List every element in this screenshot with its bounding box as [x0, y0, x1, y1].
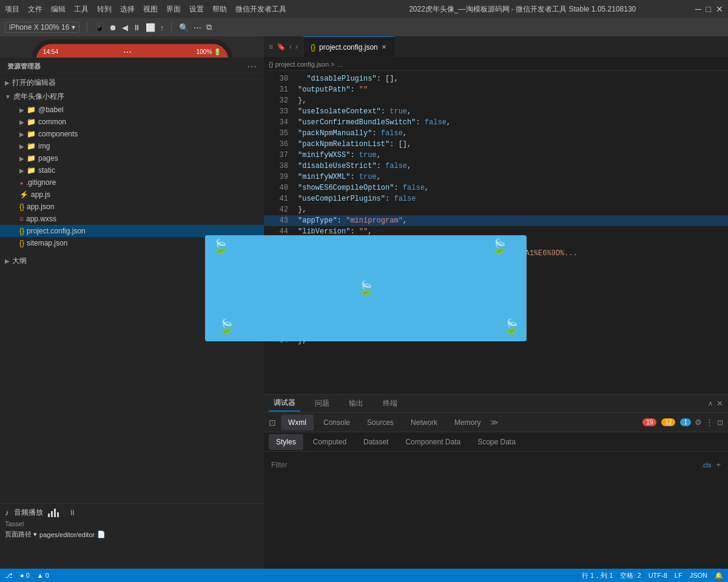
toolbar-more-icon[interactable]: ⋯ — [194, 23, 201, 32]
overlay-background: 🍃 🍃 🍃 🍃 🍃 — [205, 235, 527, 341]
toolbar-preview-icon[interactable]: ⏺ — [109, 23, 117, 32]
error-badge: 19 — [642, 418, 656, 426]
code-text-36: "packNpmRelationList": [], — [298, 139, 411, 150]
maximize-button[interactable]: □ — [706, 4, 711, 14]
tree-item-appwxss[interactable]: ≡ app.wxss — [0, 213, 264, 225]
menu-settings[interactable]: 设置 — [189, 4, 204, 15]
menu-select[interactable]: 选择 — [120, 4, 135, 15]
filter-add-icon[interactable]: + — [716, 460, 721, 469]
toolbar-split-icon[interactable]: ⧉ — [206, 22, 212, 32]
code-text-43: "appType": "miniprogram", — [298, 215, 407, 226]
folder-icon-components: 📁 — [27, 130, 36, 138]
code-line-31: 31 "outputPath": "" — [264, 84, 728, 95]
tree-item-components[interactable]: ▶ 📁 components — [0, 128, 264, 140]
sidebar-more-icon[interactable]: ⋯ — [247, 61, 257, 72]
toolbar-search-icon[interactable]: 🔍 — [179, 23, 189, 32]
menu-file[interactable]: 文件 — [28, 4, 42, 15]
toolbar-forward-icon[interactable]: ⏸ — [133, 23, 141, 32]
tab-bookmark-icon[interactable]: 🔖 — [277, 42, 286, 51]
styles-tab-component-data[interactable]: Component Data — [398, 434, 468, 450]
line-num-38: 38 — [269, 161, 288, 172]
inspector-tab-network[interactable]: Network — [403, 415, 445, 430]
breadcrumb-text: {} project.config.json > … — [269, 61, 343, 68]
tab-nav-right[interactable]: › — [295, 42, 298, 51]
page-path-row[interactable]: 页面路径 ▾ pages/editor/editor 📄 — [5, 530, 259, 539]
warning-count-status: ▲ 0 — [37, 572, 49, 579]
tree-item-appjson[interactable]: {} app.json — [0, 201, 264, 213]
filter-input[interactable] — [271, 461, 696, 469]
toolbar-back-icon[interactable]: ◀ — [122, 23, 128, 32]
file-name-pages: pages — [38, 154, 58, 162]
debug-tab-output[interactable]: 输出 — [344, 396, 368, 411]
tree-section-open-editors[interactable]: ▶ 打开的编辑器 — [0, 76, 264, 90]
audio-bars — [48, 509, 59, 517]
code-text-40: "showES6CompileOption": false, — [298, 182, 429, 193]
overlay-popup: 🍃 🍃 🍃 🍃 🍃 — [205, 235, 527, 341]
wxml-bookmark-icon[interactable]: ⊡ — [269, 418, 276, 427]
code-editor[interactable]: 30 "disablePlugins": [], 31 "outputPath"… — [264, 71, 728, 394]
tree-section-project[interactable]: ▼ 虎年头像小程序 — [0, 90, 264, 104]
audio-pause-icon[interactable]: ⏸ — [69, 508, 76, 517]
gear-icon[interactable]: ⚙ — [695, 418, 702, 427]
styles-tab-scope-data[interactable]: Scope Data — [470, 434, 523, 450]
inspector-tab-sources[interactable]: Sources — [360, 415, 401, 430]
debug-more-icon[interactable]: ⋮ — [706, 418, 713, 427]
separator — [87, 22, 87, 33]
close-button[interactable]: ✕ — [716, 4, 723, 14]
inspector-expand-icon[interactable]: ⊡ — [717, 418, 723, 427]
toolbar-compile-icon[interactable]: 📱 — [95, 23, 104, 32]
menu-interface[interactable]: 界面 — [166, 4, 181, 15]
menu-goto[interactable]: 转到 — [97, 4, 112, 15]
styles-tab-dataset[interactable]: Dataset — [356, 434, 396, 450]
code-line-38: 38 "disableUseStrict": false, — [264, 161, 728, 172]
section-open-editors-label: 打开的编辑器 — [12, 78, 56, 88]
window-controls[interactable]: ─ □ ✕ — [695, 4, 723, 14]
tree-item-gitignore[interactable]: ⬥ .gitignore — [0, 176, 264, 189]
tree-item-babel[interactable]: ▶ 📁 @babel — [0, 104, 264, 116]
toolbar-upload-icon[interactable]: ↑ — [160, 23, 164, 32]
menu-edit[interactable]: 编辑 — [51, 4, 66, 15]
json-icon-sitemap: {} — [19, 239, 24, 247]
tab-breadcrumb-icon[interactable]: ≡ — [269, 42, 273, 51]
toolbar-home-icon[interactable]: ⬜ — [146, 23, 155, 32]
tab-nav-left[interactable]: ‹ — [289, 42, 292, 51]
menu-help[interactable]: 帮助 — [212, 4, 227, 15]
more-tabs-icon[interactable]: ≫ — [490, 418, 499, 427]
menu-view[interactable]: 视图 — [143, 4, 158, 15]
menu-devtools[interactable]: 微信开发者工具 — [235, 4, 286, 15]
tab-project-config[interactable]: {} project.config.json ✕ — [303, 36, 394, 57]
tab-close-icon[interactable]: ✕ — [382, 44, 386, 50]
minimize-button[interactable]: ─ — [695, 4, 701, 14]
tree-item-img[interactable]: ▶ 📁 img — [0, 140, 264, 152]
styles-tab-computed[interactable]: Computed — [306, 434, 354, 450]
file-name-gitignore: .gitignore — [26, 178, 56, 187]
expand-icon[interactable]: ∧ — [708, 400, 713, 407]
line-num-32: 32 — [269, 95, 288, 106]
code-text-31: "outputPath": "" — [298, 84, 368, 95]
file-name-img: img — [38, 142, 50, 150]
tree-item-common[interactable]: ▶ 📁 common — [0, 116, 264, 128]
menu-project[interactable]: 项目 — [5, 4, 19, 15]
inspector-tab-memory[interactable]: Memory — [447, 415, 488, 430]
tree-item-appjs[interactable]: ⚡ app.js — [0, 189, 264, 201]
code-line-41: 41 "useCompilerPlugins": false — [264, 193, 728, 204]
inspector-tab-wxml[interactable]: Wxml — [281, 415, 314, 430]
tab-project-config-label: project.config.json — [319, 43, 378, 52]
debug-tab-terminal[interactable]: 终端 — [378, 396, 402, 411]
menu-bar[interactable]: 项目 文件 编辑 工具 转到 选择 视图 界面 设置 帮助 微信开发者工具 — [5, 4, 350, 15]
section-outline-label: 大纲 — [12, 256, 27, 266]
device-selector[interactable]: iPhone X 100% 16 ▾ — [5, 22, 79, 33]
menu-tool[interactable]: 工具 — [74, 4, 89, 15]
debug-tab-debugger[interactable]: 调试器 — [269, 395, 300, 412]
cls-button[interactable]: .cls — [701, 461, 712, 469]
close-debug-icon[interactable]: ✕ — [716, 399, 723, 408]
tree-item-pages[interactable]: ▶ 📁 pages — [0, 152, 264, 164]
inspector-tab-console[interactable]: Console — [316, 415, 357, 430]
chevron-open-editors: ▶ — [5, 79, 10, 86]
line-col-info: 行 1，列 1 — [582, 571, 613, 580]
tree-item-static[interactable]: ▶ 📁 static — [0, 164, 264, 176]
debug-tab-issues[interactable]: 问题 — [310, 396, 334, 411]
info-badge: 1 — [680, 418, 691, 426]
code-line-37: 37 "minifyWXSS": true, — [264, 150, 728, 161]
styles-tab-styles[interactable]: Styles — [269, 434, 303, 450]
